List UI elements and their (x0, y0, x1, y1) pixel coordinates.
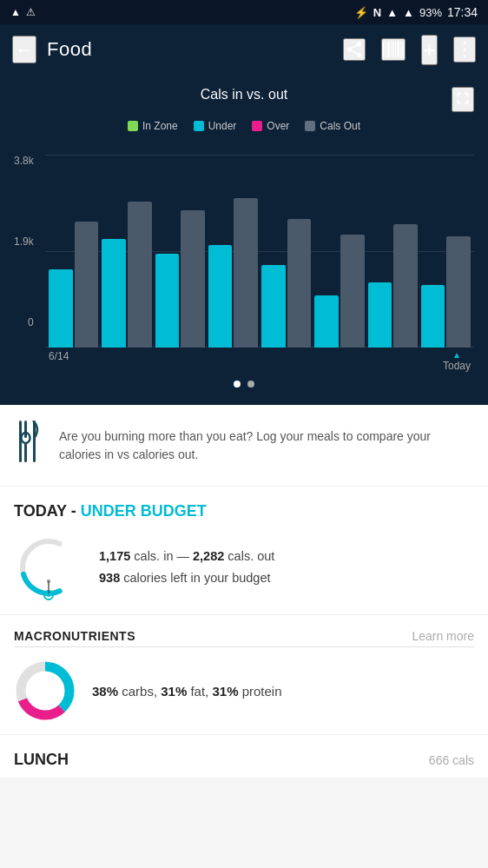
legend-dot-under (194, 121, 204, 131)
fullscreen-button[interactable] (452, 87, 474, 112)
macro-text: 38% carbs, 31% fat, 31% protein (92, 684, 282, 699)
bar-teal-3 (155, 254, 180, 348)
page-dot-2 (247, 381, 254, 388)
gauge-svg (14, 533, 83, 602)
svg-rect-4 (392, 42, 394, 57)
bar-gray-2 (128, 202, 152, 348)
page-dot-1 (234, 381, 241, 388)
budget-left-line: 938 calories left in your budget (99, 567, 274, 589)
svg-rect-1 (386, 42, 386, 57)
protein-label: protein (242, 684, 282, 699)
prompt-banner: Are you burning more than you eat? Log y… (0, 405, 488, 487)
fat-label: fat, (190, 684, 208, 699)
macronutrients-section: MACRONUTRIENTS Learn more 38% (0, 615, 488, 735)
status-bar: ▲ ⚠ ⚡ N ▲ ▲ 93% 17:34 (0, 0, 488, 24)
carbs-label: carbs, (122, 684, 157, 699)
chart-section: Cals in vs. out In Zone Under Over Cals … (0, 75, 488, 405)
legend-label-in-zone: In Zone (142, 120, 178, 132)
legend-under: Under (194, 120, 237, 132)
add-button[interactable]: + (421, 35, 438, 65)
macro-content: 38% carbs, 31% fat, 31% protein (14, 659, 474, 722)
svg-rect-5 (395, 42, 396, 57)
bar-teal-7 (368, 282, 392, 348)
fork-knife-icon (14, 421, 45, 470)
chart-bars (45, 146, 474, 348)
today-label: TODAY - (14, 502, 81, 520)
svg-rect-3 (391, 42, 392, 57)
under-budget-label: UNDER BUDGET (81, 502, 207, 520)
bar-gray-6 (340, 235, 365, 348)
calories-in-out-line: 1,175 cals. in — 2,282 cals. out (99, 546, 274, 567)
x-label-today-text: Today (443, 360, 471, 372)
cals-out-label: cals. out (228, 549, 274, 563)
y-label-0: 0 (14, 316, 34, 328)
cals-in-value: 1,175 (99, 549, 130, 563)
gauge-chart (14, 533, 83, 602)
budget-label: calories left in your budget (123, 571, 270, 585)
svg-point-17 (47, 593, 50, 597)
more-button[interactable]: ⋮ (453, 36, 476, 63)
bar-group-3 (155, 210, 205, 348)
cals-out-value: 2,282 (193, 549, 224, 563)
network-icon: N (373, 6, 381, 19)
learn-more-button[interactable]: Learn more (412, 629, 474, 643)
svg-rect-8 (402, 42, 404, 57)
chart-x-labels: 6/14 ▲ Today (45, 350, 474, 372)
svg-rect-2 (387, 42, 389, 57)
barcode-button[interactable] (381, 38, 406, 61)
wifi-icon: ▲ (386, 6, 398, 19)
time-display: 17:34 (447, 5, 478, 19)
y-label-1.9k: 1.9k (14, 235, 34, 248)
svg-rect-6 (397, 42, 399, 57)
bluetooth-icon: ⚡ (354, 6, 368, 19)
app-bar-actions: + ⋮ (343, 35, 476, 65)
bar-gray-today (446, 236, 471, 348)
protein-percent: 31% (212, 684, 238, 699)
today-numbers: 1,175 cals. in — 2,282 cals. out 938 cal… (99, 546, 274, 588)
chart-legend: In Zone Under Over Cals Out (14, 120, 474, 132)
cals-in-label: cals. in — (134, 549, 193, 563)
bar-group-5 (261, 219, 311, 348)
lunch-header: LUNCH 666 cals (14, 751, 474, 769)
today-triangle-icon: ▲ (443, 350, 471, 360)
bar-teal-4 (208, 245, 233, 348)
bar-group-2 (102, 202, 151, 348)
signal-icon: ▲ (403, 6, 414, 19)
legend-dot-over (252, 121, 262, 131)
legend-label-over: Over (267, 120, 289, 132)
lunch-title: LUNCH (14, 751, 69, 769)
legend-label-under: Under (208, 120, 237, 132)
prompt-text: Are you burning more than you eat? Log y… (59, 427, 474, 464)
bar-gray-1 (75, 222, 99, 348)
warning-icon: ⚠ (26, 6, 36, 18)
battery-text: 93% (419, 6, 442, 19)
legend-label-cals-out: Cals Out (320, 120, 360, 132)
bar-teal-6 (314, 295, 339, 348)
legend-cals-out: Cals Out (305, 120, 360, 132)
cals-left-value: 938 (99, 571, 120, 585)
bar-group-7 (368, 224, 418, 348)
x-label-start: 6/14 (49, 350, 69, 372)
chart-title: Cals in vs. out (201, 87, 287, 103)
alert-icon: ▲ (10, 6, 21, 18)
chart-y-labels: 3.8k 1.9k 0 (14, 155, 34, 328)
x-label-today: ▲ Today (443, 350, 471, 372)
legend-in-zone: In Zone (128, 120, 178, 132)
bar-gray-7 (393, 224, 418, 348)
fat-percent: 31% (161, 684, 187, 699)
macro-title: MACRONUTRIENTS (14, 629, 135, 643)
today-stats: 1,175 cals. in — 2,282 cals. out 938 cal… (14, 533, 474, 602)
status-left-icons: ▲ ⚠ (10, 6, 36, 18)
page-indicator (14, 381, 474, 388)
lunch-section: LUNCH 666 cals (0, 735, 488, 778)
legend-over: Over (252, 120, 289, 132)
bar-group-4 (208, 198, 258, 348)
bar-teal-2 (102, 239, 126, 348)
donut-svg (14, 659, 76, 722)
bar-teal-1 (49, 269, 73, 348)
legend-dot-cals-out (305, 121, 315, 131)
back-button[interactable]: ← (12, 36, 36, 63)
main-content: Are you burning more than you eat? Log y… (0, 405, 488, 778)
app-bar: ← Food + ⋮ (0, 24, 488, 75)
share-button[interactable] (343, 38, 366, 61)
